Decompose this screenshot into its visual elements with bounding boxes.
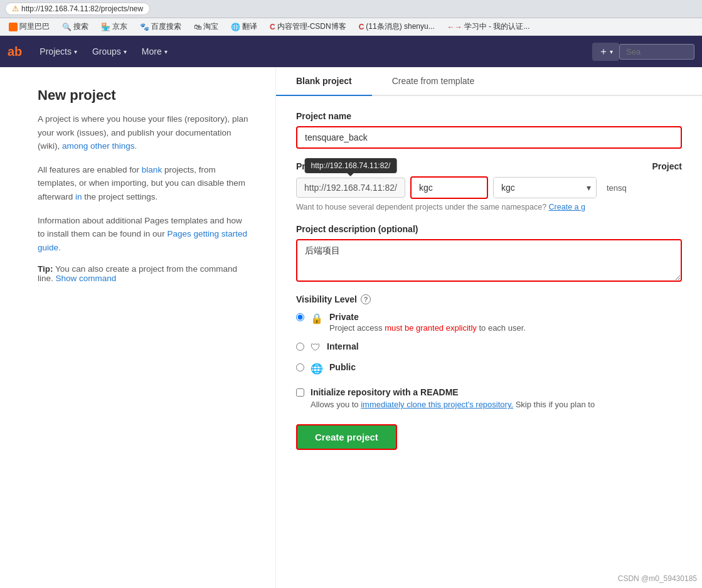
bookmark-learn[interactable]: ←→ 学习中 - 我的认证... bbox=[444, 20, 534, 33]
plus-icon: ＋ bbox=[598, 45, 609, 58]
visibility-help-icon[interactable]: ? bbox=[361, 294, 371, 304]
project-tabs: Blank project Create from template bbox=[276, 67, 702, 96]
bookmark-jd-label: 京东 bbox=[112, 21, 127, 32]
project-name-input[interactable] bbox=[296, 126, 682, 149]
namespace-tooltip: http://192.168.74.11:82/ bbox=[305, 158, 397, 173]
main-content: New project A project is where you house… bbox=[0, 67, 702, 588]
public-label: Public bbox=[329, 362, 356, 372]
intro-description: A project is where you house your files … bbox=[38, 112, 250, 153]
nav-search-input[interactable] bbox=[619, 44, 694, 60]
in-link[interactable]: in bbox=[75, 192, 82, 201]
bookmark-taobao[interactable]: 🛍 淘宝 bbox=[190, 20, 222, 33]
readme-checkbox[interactable] bbox=[296, 388, 304, 397]
tab-create-from-template[interactable]: Create from template bbox=[372, 67, 495, 96]
tab-blank-project[interactable]: Blank project bbox=[276, 67, 372, 96]
pages-guide-link[interactable]: Pages getting started guide. bbox=[38, 229, 247, 252]
bookmark-csdn2[interactable]: C (11条消息) shenyu... bbox=[355, 20, 439, 33]
public-globe-icon: 🌐 bbox=[311, 363, 323, 375]
namespace-row: http://192.168.74.11:82/ http://192.168.… bbox=[296, 176, 682, 199]
namespace-url-display: http://192.168.74.11:82/ http://192.168.… bbox=[296, 178, 405, 198]
project-form: Project name Project path Project http:/… bbox=[276, 96, 702, 465]
csdn2-icon: C bbox=[359, 23, 364, 31]
bookmark-taobao-label: 淘宝 bbox=[203, 21, 218, 32]
search-bookmark-icon: 🔍 bbox=[62, 23, 72, 31]
nav-groups[interactable]: Groups ▾ bbox=[85, 36, 134, 67]
pages-description: Information about additional Pages templ… bbox=[38, 214, 250, 255]
page-title: New project bbox=[38, 87, 250, 104]
bookmark-jd[interactable]: 🏪 京东 bbox=[97, 20, 131, 33]
projects-chevron-icon: ▾ bbox=[74, 48, 77, 55]
namespace-select-wrap: kgc admin ▾ bbox=[493, 177, 597, 198]
jd-icon: 🏪 bbox=[101, 23, 110, 31]
nav-projects[interactable]: Projects ▾ bbox=[32, 36, 85, 67]
description-label: Project description (optional) bbox=[296, 224, 682, 234]
bookmark-search-label: 搜索 bbox=[73, 21, 88, 32]
private-option-content: Private Project access must be granted e… bbox=[329, 312, 526, 333]
bookmark-translate-label: 翻译 bbox=[242, 21, 257, 32]
among-other-things-link[interactable]: among other things. bbox=[62, 141, 137, 151]
visibility-internal-option: 🛡 Internal bbox=[296, 341, 682, 353]
clone-link[interactable]: immediately clone this project's reposit… bbox=[361, 400, 513, 409]
taobao-icon: 🛍 bbox=[194, 23, 201, 31]
public-radio[interactable] bbox=[296, 363, 304, 372]
tip-text: Tip: You can also create a project from … bbox=[38, 264, 250, 283]
nav-more[interactable]: More ▾ bbox=[134, 36, 175, 67]
namespace-hint: Want to house several dependent projects… bbox=[296, 203, 682, 211]
create-project-button[interactable]: Create project bbox=[296, 424, 397, 450]
readme-desc: Allows you to immediately clone this pro… bbox=[311, 400, 595, 409]
readme-section: Initialize repository with a README Allo… bbox=[296, 387, 682, 409]
namespace-select[interactable]: kgc admin bbox=[494, 178, 582, 198]
bookmark-alibaba[interactable]: 阿里巴巴 bbox=[5, 20, 53, 33]
bookmark-baidu-label: 百度搜索 bbox=[151, 21, 181, 32]
namespace-input[interactable] bbox=[412, 178, 487, 198]
tab-blank-label: Blank project bbox=[296, 76, 352, 86]
project-name-label: Project name bbox=[296, 111, 682, 121]
public-option-content: Public bbox=[329, 362, 356, 372]
bookmark-csdn2-label: (11条消息) shenyu... bbox=[366, 21, 434, 32]
tip-label: Tip: bbox=[38, 264, 53, 274]
description-container: 后端项目 bbox=[296, 239, 682, 282]
private-desc: Project access must be granted explicitl… bbox=[329, 323, 526, 333]
visibility-label-text: Visibility Level bbox=[296, 294, 357, 304]
new-item-button[interactable]: ＋ ▾ bbox=[592, 43, 619, 61]
private-radio[interactable] bbox=[296, 313, 304, 321]
private-label: Private bbox=[329, 312, 526, 322]
groups-chevron-icon: ▾ bbox=[124, 48, 127, 55]
create-group-link[interactable]: Create a g bbox=[549, 203, 585, 211]
watermark: CSDN @m0_59430185 bbox=[618, 574, 697, 583]
bookmark-csdn1-label: 内容管理-CSDN博客 bbox=[277, 21, 346, 32]
bookmark-csdn1[interactable]: C 内容管理-CSDN博客 bbox=[266, 20, 350, 33]
blank-link[interactable]: blank bbox=[142, 165, 162, 174]
create-button-wrap: Create project bbox=[296, 424, 682, 450]
nav-projects-label: Projects bbox=[40, 46, 72, 56]
project-slug-label: Project bbox=[652, 161, 682, 171]
readme-content: Initialize repository with a README Allo… bbox=[311, 387, 595, 409]
show-command-link[interactable]: Show command bbox=[56, 274, 117, 283]
bookmark-search[interactable]: 🔍 搜索 bbox=[58, 20, 92, 33]
project-description-group: Project description (optional) 后端项目 bbox=[296, 224, 682, 282]
private-lock-icon: 🔒 bbox=[311, 313, 323, 324]
tab-template-label: Create from template bbox=[392, 76, 475, 86]
internal-shield-icon: 🛡 bbox=[311, 342, 321, 353]
internal-label: Internal bbox=[327, 341, 359, 351]
bookmark-baidu[interactable]: 🐾 百度搜索 bbox=[136, 20, 185, 33]
nav-groups-label: Groups bbox=[92, 46, 121, 56]
namespace-input-wrap bbox=[410, 176, 488, 199]
project-path-group: Project path Project http://192.168.74.1… bbox=[296, 161, 682, 211]
visibility-label: Visibility Level ? bbox=[296, 294, 682, 304]
visibility-private-option: 🔒 Private Project access must be granted… bbox=[296, 312, 682, 333]
project-name-group: Project name bbox=[296, 111, 682, 149]
project-slug-value: tensq bbox=[607, 183, 627, 193]
bookmarks-bar: 阿里巴巴 🔍 搜索 🏪 京东 🐾 百度搜索 🛍 淘宝 🌐 翻译 C 内容管理-C… bbox=[0, 18, 702, 36]
address-bar-text[interactable]: http://192.168.74.11:82/projects/new bbox=[21, 4, 143, 13]
namespace-chevron-icon: ▾ bbox=[582, 178, 596, 198]
left-panel: New project A project is where you house… bbox=[0, 67, 276, 588]
baidu-icon: 🐾 bbox=[140, 23, 149, 31]
bookmark-translate[interactable]: 🌐 翻译 bbox=[227, 20, 261, 33]
warning-icon: ⚠ bbox=[12, 4, 19, 13]
description-input[interactable]: 后端项目 bbox=[297, 240, 681, 281]
internal-radio[interactable] bbox=[296, 343, 304, 351]
features-description: All features are enabled for blank proje… bbox=[38, 163, 250, 204]
browser-warning: ⚠ http://192.168.74.11:82/projects/new bbox=[5, 3, 150, 15]
gitlab-brand[interactable]: ab bbox=[8, 45, 22, 59]
